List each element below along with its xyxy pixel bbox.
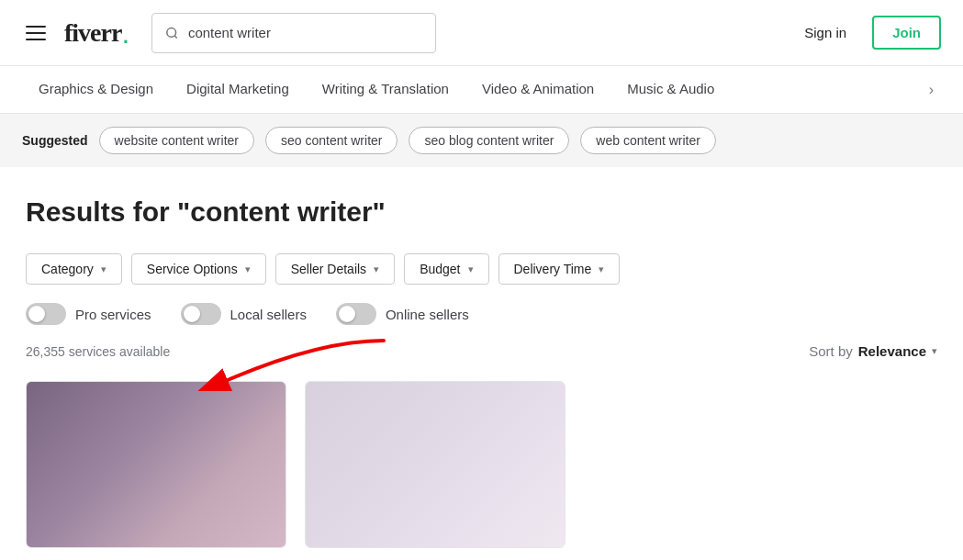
online-sellers-toggle-group: Online sellers	[336, 303, 469, 325]
sort-by-value[interactable]: Relevance	[858, 343, 926, 359]
tag-web-content-writer[interactable]: web content writer	[580, 127, 716, 154]
sort-by-label: Sort by	[809, 343, 853, 359]
filter-row: Category ▾ Service Options ▾ Seller Deta…	[26, 253, 937, 285]
search-input[interactable]	[188, 25, 422, 40]
search-icon	[165, 26, 179, 40]
sign-in-button[interactable]: Sign in	[793, 17, 857, 48]
filter-budget[interactable]: Budget ▾	[404, 253, 488, 285]
svg-point-0	[167, 28, 176, 37]
filter-category[interactable]: Category ▾	[26, 253, 122, 285]
nav-item-writing[interactable]: Writing & Translation	[306, 66, 465, 114]
gig-card-image-2	[306, 382, 565, 547]
search-bar	[151, 13, 436, 53]
logo-text: fiverr	[64, 18, 121, 48]
local-sellers-toggle-group: Local sellers	[181, 303, 307, 325]
nav-item-digital[interactable]: Digital Marketing	[170, 66, 306, 114]
tag-seo-blog-content-writer[interactable]: seo blog content writer	[409, 127, 569, 154]
online-sellers-toggle[interactable]	[336, 303, 376, 325]
tag-seo-content-writer[interactable]: seo content writer	[265, 127, 398, 154]
toggles-row: Pro services Local sellers Online seller…	[26, 303, 937, 325]
cards-row	[26, 381, 937, 548]
tag-website-content-writer[interactable]: website content writer	[99, 127, 254, 154]
filter-service-options[interactable]: Service Options ▾	[131, 253, 266, 285]
pro-services-toggle[interactable]	[26, 303, 66, 325]
pro-services-toggle-group: Pro services	[26, 303, 151, 325]
nav-bar: Graphics & Design Digital Marketing Writ…	[0, 66, 963, 114]
nav-item-video[interactable]: Video & Animation	[465, 66, 610, 114]
gig-card-1[interactable]	[26, 381, 286, 548]
main-content: Results for "content writer" Category ▾ …	[0, 167, 963, 548]
filter-delivery-time[interactable]: Delivery Time ▾	[498, 253, 621, 285]
filter-seller-details[interactable]: Seller Details ▾	[275, 253, 395, 285]
gig-card-image-1	[27, 382, 286, 547]
logo[interactable]: fiverr.	[64, 18, 129, 48]
local-sellers-label: Local sellers	[230, 307, 307, 322]
nav-item-music[interactable]: Music & Audio	[610, 66, 731, 114]
nav-item-graphics[interactable]: Graphics & Design	[22, 66, 170, 114]
results-heading: Results for "content writer"	[26, 196, 937, 228]
chevron-down-icon: ▾	[599, 263, 604, 275]
chevron-down-icon: ▾	[101, 263, 106, 275]
suggested-label: Suggested	[22, 133, 88, 148]
hamburger-icon[interactable]	[22, 22, 50, 44]
sort-by: Sort by Relevance ▾	[809, 343, 937, 359]
services-row: 26,355 services available Sort by Releva…	[26, 343, 937, 359]
online-sellers-label: Online sellers	[386, 307, 469, 322]
chevron-down-icon: ▾	[245, 263, 251, 275]
join-button[interactable]: Join	[872, 16, 941, 50]
local-sellers-toggle[interactable]	[181, 303, 221, 325]
chevron-down-icon: ▾	[374, 263, 379, 275]
chevron-down-icon: ▾	[468, 263, 474, 275]
sort-chevron-icon[interactable]: ▾	[932, 345, 937, 357]
header: fiverr. Sign in Join	[0, 0, 963, 66]
svg-line-1	[174, 35, 177, 38]
suggested-bar: Suggested website content writer seo con…	[0, 114, 963, 167]
gig-card-2[interactable]	[305, 381, 565, 548]
nav-more-icon[interactable]: ›	[922, 82, 941, 98]
pro-services-label: Pro services	[75, 307, 151, 322]
logo-dot: .	[121, 18, 129, 48]
services-count: 26,355 services available	[26, 344, 170, 359]
